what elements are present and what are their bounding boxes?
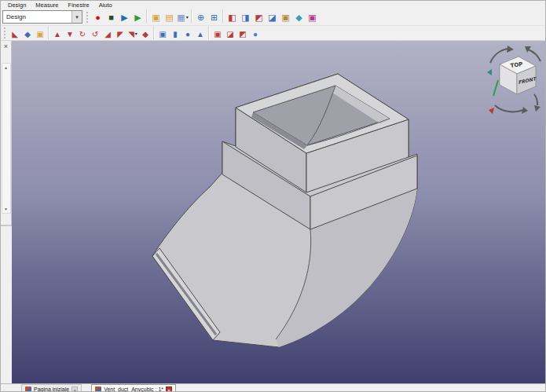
chevron-down-icon[interactable]: ▾ <box>186 11 189 24</box>
revolution-icon[interactable]: ↻ <box>76 28 89 40</box>
view-top-icon[interactable]: ◩ <box>252 11 266 24</box>
toolbar-separator <box>48 26 49 39</box>
part-toolbar: ◣◆▣▲▼↻↺◢◤◥▾◆▣▮●▲▣◪◩● <box>1 26 545 41</box>
panel-lower-area <box>1 226 12 383</box>
document-icon <box>25 387 31 392</box>
scroll-up-icon[interactable]: ▲ <box>2 64 10 71</box>
main-toolbar: Design ▾ ●■▶▶▣▤▦▾⊕⊞◧◨◩◪▣◆▣ <box>1 9 545 26</box>
fit-all-icon[interactable]: ⊞ <box>207 11 221 24</box>
primitive-cylinder-icon[interactable]: ▮ <box>169 28 181 40</box>
3d-viewport[interactable]: TOP FRONT <box>12 41 545 383</box>
macro-stop-icon[interactable]: ■ <box>104 11 118 24</box>
chevron-down-icon[interactable]: ▾ <box>71 11 82 23</box>
new-sketch-icon[interactable]: ◣ <box>9 28 21 40</box>
toolbar-separator <box>153 26 155 39</box>
view-front-icon[interactable]: ◨ <box>239 11 252 24</box>
toolbar-separator <box>146 9 148 23</box>
fillet-icon[interactable]: ◢ <box>101 28 114 40</box>
part-toolbar-icons: ◣◆▣▲▼↻↺◢◤◥▾◆▣▮●▲▣◪◩● <box>9 26 262 40</box>
chevron-down-icon[interactable]: ▾ <box>135 27 137 41</box>
close-icon[interactable]: × <box>2 42 11 52</box>
close-icon[interactable]: × <box>71 387 78 392</box>
view-right-icon[interactable]: ◪ <box>266 11 279 24</box>
toolbar-separator <box>191 9 192 23</box>
pad-icon[interactable]: ▲ <box>51 28 64 40</box>
macro-record-icon[interactable]: ● <box>91 11 104 24</box>
boolean-cut-icon[interactable]: ◪ <box>224 28 236 40</box>
workbench-selector[interactable]: Design ▾ <box>2 10 82 24</box>
sphere-shape-icon[interactable]: ● <box>249 28 262 40</box>
z-axis-indicator <box>493 80 498 96</box>
freecad-window: Design Measure Finestre Aiuto Design ▾ ●… <box>0 0 546 392</box>
vent-duct-model[interactable] <box>12 41 545 383</box>
boolean-intersect-icon[interactable]: ◩ <box>236 28 249 40</box>
document-icon <box>95 387 101 392</box>
axis-mark-icon <box>487 69 492 75</box>
view-rear-icon[interactable]: ▣ <box>279 11 292 24</box>
toolbar-grip[interactable] <box>86 12 90 23</box>
zoom-in-icon[interactable]: ⊕ <box>194 11 207 24</box>
main-content: × ▲ ▼ <box>1 41 545 383</box>
groove-icon[interactable]: ↺ <box>89 28 101 40</box>
draft-angle-icon[interactable]: ◥▾ <box>126 28 139 40</box>
primitive-sphere-icon[interactable]: ● <box>181 28 194 40</box>
tab-label: Pagina iniziale <box>34 387 69 392</box>
boolean-union-icon[interactable]: ▣ <box>211 28 224 40</box>
navigation-cube[interactable]: TOP FRONT <box>482 44 544 132</box>
toolbar-separator <box>208 26 210 39</box>
menu-bar: Design Measure Finestre Aiuto <box>1 1 545 9</box>
scrollbar-track[interactable] <box>2 71 10 205</box>
macro-run-icon[interactable]: ▶ <box>131 11 145 24</box>
primitive-box-icon[interactable]: ▣ <box>156 28 169 40</box>
view-left-icon[interactable]: ▣ <box>306 11 319 24</box>
paste-icon[interactable]: ▦▾ <box>176 11 189 24</box>
document-tab-bar: Pagina iniziale × Vent_duct_Anycubic : 1… <box>1 383 545 392</box>
close-icon[interactable]: × <box>166 387 172 392</box>
menu-design[interactable]: Design <box>3 2 31 9</box>
toolbar-separator <box>222 9 224 23</box>
scroll-down-icon[interactable]: ▼ <box>2 205 10 213</box>
pocket-icon[interactable]: ▼ <box>64 28 76 40</box>
axis-mark-red-icon <box>489 108 494 114</box>
primitive-cone-icon[interactable]: ▲ <box>194 28 207 40</box>
open-folder-icon[interactable]: ▣ <box>149 11 163 24</box>
tab-pagina-iniziale[interactable]: Pagina iniziale × <box>21 384 82 392</box>
part-box-icon[interactable]: ▣ <box>34 28 46 40</box>
combo-view-panel: × ▲ ▼ <box>1 41 12 383</box>
view-bottom-icon[interactable]: ◆ <box>292 11 306 24</box>
chamfer-icon[interactable]: ◤ <box>114 28 126 40</box>
tab-vent-duct[interactable]: Vent_duct_Anycubic : 1* × <box>91 384 176 392</box>
menu-finestre[interactable]: Finestre <box>64 2 94 9</box>
main-toolbar-icons: ●■▶▶▣▤▦▾⊕⊞◧◨◩◪▣◆▣ <box>91 9 319 24</box>
mirror-feature-icon[interactable]: ◆ <box>139 28 152 40</box>
menu-measure[interactable]: Measure <box>31 2 63 9</box>
toolbar-grip[interactable] <box>4 27 7 38</box>
macro-debug-icon[interactable]: ▶ <box>118 11 131 24</box>
tab-label: Vent_duct_Anycubic : 1* <box>104 387 163 392</box>
view-isometric-icon[interactable]: ◧ <box>225 11 239 24</box>
edit-sketch-icon[interactable]: ◆ <box>21 28 34 40</box>
panel-scrollbar[interactable]: ▲ ▼ <box>2 63 11 214</box>
workbench-selector-value: Design <box>3 13 71 20</box>
menu-aiuto[interactable]: Aiuto <box>94 2 117 9</box>
import-file-icon[interactable]: ▤ <box>163 11 176 24</box>
